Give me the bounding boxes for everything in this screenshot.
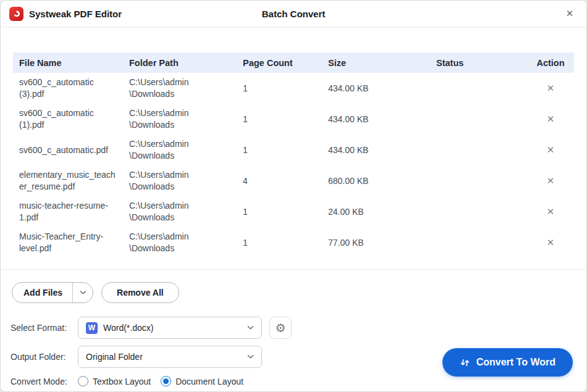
table-row: music-teacher-resume-1.pdf C:\Users\admi… <box>13 196 574 227</box>
remove-file-icon[interactable]: ✕ <box>543 174 559 188</box>
close-icon[interactable]: ✕ <box>562 6 578 22</box>
folder-path-cell: C:\Users\admin \Downloads <box>123 77 237 100</box>
format-settings-button[interactable]: ⚙ <box>269 317 292 339</box>
page-count-cell: 1 <box>237 114 322 125</box>
select-format-dropdown[interactable]: W Word(*.docx) <box>78 317 262 339</box>
size-cell: 434.00 KB <box>322 83 430 94</box>
select-format-label: Select Format: <box>11 323 78 333</box>
action-cell: ✕ <box>526 143 575 157</box>
toolbar: Add Files Remove All <box>12 282 586 303</box>
size-cell: 680.00 KB <box>322 175 430 187</box>
file-table: File Name Folder Path Page Count Size St… <box>13 52 574 258</box>
size-cell: 24.00 KB <box>322 206 430 218</box>
table-row: sv600_c_automatic (3).pdf C:\Users\admin… <box>13 73 574 104</box>
action-cell: ✕ <box>526 112 575 126</box>
chevron-down-icon <box>247 354 254 359</box>
page-count-cell: 1 <box>237 206 322 218</box>
remove-file-icon[interactable]: ✕ <box>543 112 559 126</box>
add-files-split-button: Add Files <box>12 282 93 303</box>
size-cell: 434.00 KB <box>322 144 430 156</box>
page-count-cell: 1 <box>237 144 322 156</box>
action-cell: ✕ <box>526 205 575 219</box>
output-folder-label: Output Folder: <box>11 352 78 362</box>
radio-option-textbox-layout[interactable]: Textbox Layout <box>78 376 151 386</box>
file-name-cell: elementary_music_teacher_resume.pdf <box>13 169 123 193</box>
file-name-cell: sv600_c_automatic.pdf <box>13 144 123 156</box>
page-count-cell: 1 <box>237 237 322 249</box>
output-folder-dropdown[interactable]: Original Folder <box>78 346 262 368</box>
remove-file-icon[interactable]: ✕ <box>543 236 559 249</box>
table-row: sv600_c_automatic (1).pdf C:\Users\admin… <box>13 104 574 135</box>
size-cell: 77.00 KB <box>322 237 430 249</box>
table-row: Music-Teacher_Entry-level.pdf C:\Users\a… <box>13 227 574 258</box>
table-body: sv600_c_automatic (3).pdf C:\Users\admin… <box>13 73 574 258</box>
word-file-icon: W <box>86 322 98 334</box>
remove-file-icon[interactable]: ✕ <box>543 143 559 157</box>
convert-to-word-button[interactable]: Convert To Word <box>442 348 573 377</box>
page-count-cell: 4 <box>237 175 322 187</box>
table-row: sv600_c_automatic.pdf C:\Users\admin \Do… <box>13 135 574 165</box>
table-header-row: File Name Folder Path Page Count Size St… <box>13 52 574 73</box>
remove-file-icon[interactable]: ✕ <box>543 81 559 95</box>
page-count-cell: 1 <box>237 83 322 94</box>
select-format-value: Word(*.docx) <box>103 323 247 333</box>
file-name-cell: sv600_c_automatic (3).pdf <box>13 77 123 100</box>
size-cell: 434.00 KB <box>322 114 430 125</box>
action-cell: ✕ <box>526 174 575 188</box>
table-row: elementary_music_teacher_resume.pdf C:\U… <box>13 165 574 196</box>
file-name-cell: sv600_c_automatic (1).pdf <box>13 107 123 131</box>
action-cell: ✕ <box>526 236 575 249</box>
radio-option-document-layout[interactable]: Document Layout <box>161 376 243 386</box>
column-header-action: Action <box>526 58 575 68</box>
chevron-down-icon <box>247 325 254 330</box>
add-files-button[interactable]: Add Files <box>12 283 72 302</box>
folder-path-cell: C:\Users\admin \Downloads <box>123 138 237 162</box>
titlebar: Systweak PDF Editor Batch Convert ✕ <box>1 1 586 27</box>
folder-path-cell: C:\Users\admin \Downloads <box>123 200 237 223</box>
remove-all-button[interactable]: Remove All <box>101 282 179 303</box>
folder-path-cell: C:\Users\admin \Downloads <box>123 231 237 254</box>
add-files-dropdown-button[interactable] <box>73 283 93 302</box>
format-row: Select Format: W Word(*.docx) ⚙ <box>11 317 586 339</box>
column-header-folder-path: Folder Path <box>123 58 237 68</box>
output-folder-value: Original Folder <box>86 352 247 362</box>
column-header-status: Status <box>430 58 526 68</box>
chevron-down-icon <box>80 290 87 295</box>
folder-path-cell: C:\Users\admin \Downloads <box>123 107 237 131</box>
convert-mode-label: Convert Mode: <box>11 377 78 386</box>
remove-file-icon[interactable]: ✕ <box>543 205 559 219</box>
gear-icon: ⚙ <box>275 322 285 334</box>
file-name-cell: Music-Teacher_Entry-level.pdf <box>13 231 123 254</box>
column-header-size: Size <box>322 58 430 68</box>
action-cell: ✕ <box>526 81 575 95</box>
convert-arrows-icon <box>460 357 470 368</box>
radio-selected-icon <box>161 376 171 386</box>
file-name-cell: music-teacher-resume-1.pdf <box>13 200 123 223</box>
convert-mode-row: Convert Mode: Textbox Layout Document La… <box>11 376 586 386</box>
app-logo-icon <box>9 7 23 21</box>
radio-unselected-icon <box>78 376 88 386</box>
app-title: Systweak PDF Editor <box>29 9 122 19</box>
batch-convert-dialog: Systweak PDF Editor Batch Convert ✕ File… <box>0 0 587 392</box>
column-header-page-count: Page Count <box>237 58 322 68</box>
section-divider <box>1 269 586 270</box>
column-header-file-name: File Name <box>13 58 123 68</box>
folder-path-cell: C:\Users\admin \Downloads <box>123 169 237 193</box>
